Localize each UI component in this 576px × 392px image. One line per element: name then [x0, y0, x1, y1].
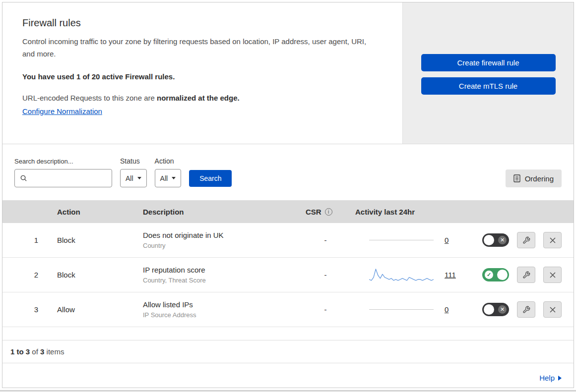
filter-bar: Search description... Status All Action …	[2, 144, 574, 200]
header-description: Description	[133, 200, 296, 223]
normalization-prefix: URL-encoded Requests to this zone are	[22, 94, 157, 102]
arrow-right-icon	[558, 376, 562, 381]
help-link[interactable]: Help	[539, 374, 555, 382]
rule-controls	[460, 258, 574, 292]
rule-action: Allow	[47, 292, 133, 327]
status-label: Status	[120, 157, 147, 165]
usage-summary: You have used 1 of 20 active Firewall ru…	[22, 72, 383, 81]
toggle-knob	[497, 270, 508, 280]
rule-description-cell: Allow listed IPs IP Source Address	[133, 292, 296, 327]
delete-rule-button[interactable]	[543, 232, 562, 248]
row-index: 2	[2, 258, 47, 292]
list-icon	[513, 174, 520, 182]
chevron-down-icon	[137, 177, 141, 179]
toggle-state-icon	[498, 236, 507, 244]
action-select[interactable]: All	[155, 169, 182, 187]
rule-action: Block	[47, 223, 133, 257]
rule-description-cell: Does not originate in UK Country	[133, 223, 296, 257]
status-selected-value: All	[126, 174, 133, 182]
rule-criteria: IP Source Address	[143, 311, 196, 319]
header-activity: Activity last 24hr	[345, 200, 460, 223]
search-label: Search description...	[14, 158, 112, 165]
rule-activity-cell: 111	[345, 258, 460, 292]
toggle-knob	[484, 304, 494, 315]
header-index	[2, 200, 47, 223]
header-text-block: Firewall rules Control incoming traffic …	[2, 2, 402, 144]
rule-description: Does not originate in UK	[143, 231, 224, 239]
items-summary: 1 to 3 of 3 items	[2, 340, 574, 363]
edit-rule-button[interactable]	[517, 301, 535, 318]
items-range: 1 to 3	[10, 347, 30, 356]
toggle-knob	[484, 235, 494, 245]
rule-enable-toggle[interactable]	[482, 303, 509, 316]
chevron-down-icon	[172, 177, 176, 179]
table-header-row: Action Description CSR i Activity last 2…	[2, 200, 574, 223]
rule-csr: -	[296, 292, 345, 327]
rules-table: Action Description CSR i Activity last 2…	[2, 200, 574, 327]
close-icon	[549, 306, 556, 313]
rule-action: Block	[47, 258, 133, 292]
activity-flatline	[369, 309, 434, 310]
activity-sparkline	[369, 266, 434, 284]
rule-activity-cell: 0	[345, 223, 460, 257]
rule-criteria: Country, Threat Score	[143, 277, 206, 284]
create-firewall-rule-button[interactable]: Create firewall rule	[421, 54, 556, 71]
info-icon[interactable]: i	[325, 208, 332, 216]
rule-csr: -	[296, 223, 345, 257]
edit-rule-button[interactable]	[517, 232, 535, 248]
wrench-icon	[522, 306, 530, 314]
actions-panel: Create firewall rule Create mTLS rule	[402, 2, 574, 144]
items-label: items	[44, 347, 64, 356]
action-label: Action	[155, 157, 182, 165]
header-controls	[460, 200, 574, 223]
rule-controls	[460, 223, 574, 257]
rule-description-cell: IP reputation score Country, Threat Scor…	[133, 258, 296, 292]
row-index: 3	[2, 292, 47, 327]
table-row: 1 Block Does not originate in UK Country…	[2, 223, 574, 258]
ordering-button[interactable]: Ordering	[506, 169, 562, 187]
page-title: Firewall rules	[22, 17, 383, 29]
table-gap	[2, 327, 574, 340]
wrench-icon	[522, 271, 530, 279]
ordering-button-label: Ordering	[525, 174, 554, 183]
toggle-state-icon	[498, 305, 507, 314]
status-filter-group: Status All	[120, 157, 147, 187]
delete-rule-button[interactable]	[543, 301, 562, 318]
page-bottom-divider	[0, 390, 576, 392]
normalization-bold: normalized at the edge.	[157, 94, 240, 102]
rule-enable-toggle[interactable]	[482, 268, 509, 281]
search-field[interactable]	[14, 169, 112, 187]
header-section: Firewall rules Control incoming traffic …	[2, 2, 574, 144]
help-row: Help	[2, 368, 574, 388]
rule-controls	[460, 292, 574, 327]
close-icon	[549, 272, 556, 279]
action-selected-value: All	[160, 174, 168, 182]
search-group: Search description...	[14, 158, 112, 187]
search-button[interactable]: Search	[189, 170, 232, 187]
rule-description: Allow listed IPs	[143, 300, 193, 309]
wrench-icon	[522, 236, 530, 244]
activity-count-link[interactable]: 0	[445, 236, 448, 244]
activity-count-link[interactable]: 111	[445, 271, 456, 279]
rule-description: IP reputation score	[143, 266, 205, 274]
items-of: of	[30, 347, 40, 356]
close-icon	[549, 237, 556, 244]
rule-enable-toggle[interactable]	[482, 233, 509, 247]
activity-count-link[interactable]: 0	[445, 305, 448, 314]
edit-rule-button[interactable]	[517, 267, 535, 283]
header-action: Action	[47, 200, 133, 223]
create-mtls-rule-button[interactable]: Create mTLS rule	[421, 77, 556, 95]
table-row: 3 Allow Allow listed IPs IP Source Addre…	[2, 292, 574, 327]
search-input[interactable]	[31, 174, 107, 183]
rule-activity-cell: 0	[345, 292, 460, 327]
delete-rule-button[interactable]	[543, 267, 562, 283]
page-description: Control incoming traffic to your zone by…	[22, 36, 380, 60]
header-csr-label: CSR	[306, 208, 321, 216]
toggle-state-icon	[485, 271, 493, 279]
action-filter-group: Action All	[155, 157, 182, 187]
status-select[interactable]: All	[120, 169, 147, 187]
row-index: 1	[2, 223, 47, 257]
configure-normalization-link[interactable]: Configure Normalization	[22, 107, 102, 115]
rule-criteria: Country	[143, 242, 166, 249]
rule-csr: -	[296, 258, 345, 292]
